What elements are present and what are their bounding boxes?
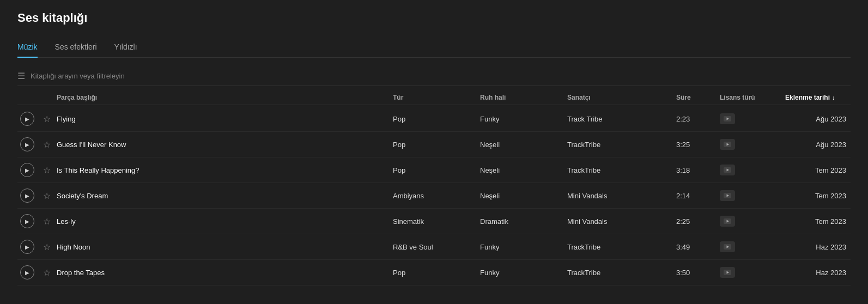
play-button[interactable]: ▶ [20,214,34,228]
tab-yildizli[interactable]: Yıldızlı [114,38,137,58]
track-artist: TrackTribe [567,269,676,277]
track-title: Society's Dream [57,192,393,200]
track-added-date: Tem 2023 [785,217,851,226]
track-mood: Neşeli [480,166,567,174]
col-mood: Ruh hali [480,94,567,101]
tab-muzik[interactable]: Müzik [17,38,38,58]
track-mood: Funky [480,269,567,277]
track-added-date: Tem 2023 [785,166,851,174]
table-row: ▶ ☆ Flying Pop Funky Track Tribe 2:23 Ağ… [17,106,851,132]
col-duration: Süre [676,94,720,101]
table-row: ▶ ☆ Society's Dream Ambiyans Neşeli Mini… [17,183,851,209]
tab-bar: Müzik Ses efektleri Yıldızlı [17,38,851,58]
table-header: Parça başlığı Tür Ruh hali Sanatçı Süre … [17,90,851,105]
play-button[interactable]: ▶ [20,163,34,177]
col-genre: Tür [393,94,480,101]
track-genre: Pop [393,166,480,174]
track-added-date: Haz 2023 [785,243,851,251]
track-genre: Pop [393,269,480,277]
track-artist: TrackTribe [567,166,676,174]
track-genre: Sinematik [393,217,480,226]
youtube-license-icon[interactable] [720,190,735,201]
track-artist: Track Tribe [567,115,676,123]
youtube-license-icon[interactable] [720,216,735,227]
youtube-license-icon[interactable] [720,267,735,278]
search-placeholder[interactable]: Kitaplığı arayın veya filtreleyin [31,72,125,80]
track-duration: 2:25 [676,217,720,226]
track-added-date: Tem 2023 [785,192,851,200]
table-row: ▶ ☆ Les-ly Sinematik Dramatik Mini Vanda… [17,209,851,234]
col-added[interactable]: Eklenme tarihi ↓ [785,94,851,101]
track-artist: TrackTribe [567,141,676,149]
track-genre: Ambiyans [393,192,480,200]
play-button[interactable]: ▶ [20,112,34,126]
star-button[interactable]: ☆ [43,165,51,175]
track-artist: Mini Vandals [567,217,676,226]
tab-ses-efektleri[interactable]: Ses efektleri [55,38,97,58]
table-row: ▶ ☆ High Noon R&B ve Soul Funky TrackTri… [17,234,851,260]
star-button[interactable]: ☆ [43,242,51,252]
youtube-license-icon[interactable] [720,139,735,150]
track-title: Is This Really Happening? [57,166,393,174]
track-duration: 3:49 [676,243,720,251]
search-bar: ☰ Kitaplığı arayın veya filtreleyin [17,66,851,86]
track-mood: Dramatik [480,217,567,226]
track-mood: Funky [480,243,567,251]
track-duration: 3:25 [676,141,720,149]
track-duration: 2:14 [676,192,720,200]
table-row: ▶ ☆ Is This Really Happening? Pop Neşeli… [17,157,851,183]
play-button[interactable]: ▶ [20,240,34,254]
track-genre: Pop [393,115,480,123]
col-license: Lisans türü [720,94,785,101]
tracks-container: ▶ ☆ Flying Pop Funky Track Tribe 2:23 Ağ… [17,106,851,285]
track-artist: TrackTribe [567,243,676,251]
col-artist: Sanatçı [567,94,676,101]
star-button[interactable]: ☆ [43,216,51,227]
star-button[interactable]: ☆ [43,139,51,150]
play-button[interactable]: ▶ [20,265,34,279]
track-genre: R&B ve Soul [393,243,480,251]
track-title: Les-ly [57,217,393,226]
track-title: High Noon [57,243,393,251]
filter-icon[interactable]: ☰ [17,71,25,81]
page-title: Ses kitaplığı [17,11,851,25]
table-row: ▶ ☆ Drop the Tapes Pop Funky TrackTribe … [17,260,851,285]
star-button[interactable]: ☆ [43,191,51,201]
track-title: Guess I'll Never Know [57,141,393,149]
track-added-date: Ağu 2023 [785,141,851,149]
track-genre: Pop [393,141,480,149]
track-added-date: Haz 2023 [785,269,851,277]
star-button[interactable]: ☆ [43,114,51,124]
track-duration: 3:18 [676,166,720,174]
col-title: Parça başlığı [57,94,393,101]
track-duration: 2:23 [676,115,720,123]
track-mood: Funky [480,115,567,123]
track-title: Drop the Tapes [57,269,393,277]
track-added-date: Ağu 2023 [785,115,851,123]
youtube-license-icon[interactable] [720,241,735,252]
track-title: Flying [57,115,393,123]
youtube-license-icon[interactable] [720,165,735,175]
play-button[interactable]: ▶ [20,137,34,151]
table-row: ▶ ☆ Guess I'll Never Know Pop Neşeli Tra… [17,132,851,157]
youtube-license-icon[interactable] [720,113,735,124]
track-mood: Neşeli [480,192,567,200]
track-duration: 3:50 [676,269,720,277]
play-button[interactable]: ▶ [20,189,34,203]
track-mood: Neşeli [480,141,567,149]
track-artist: Mini Vandals [567,192,676,200]
star-button[interactable]: ☆ [43,267,51,278]
